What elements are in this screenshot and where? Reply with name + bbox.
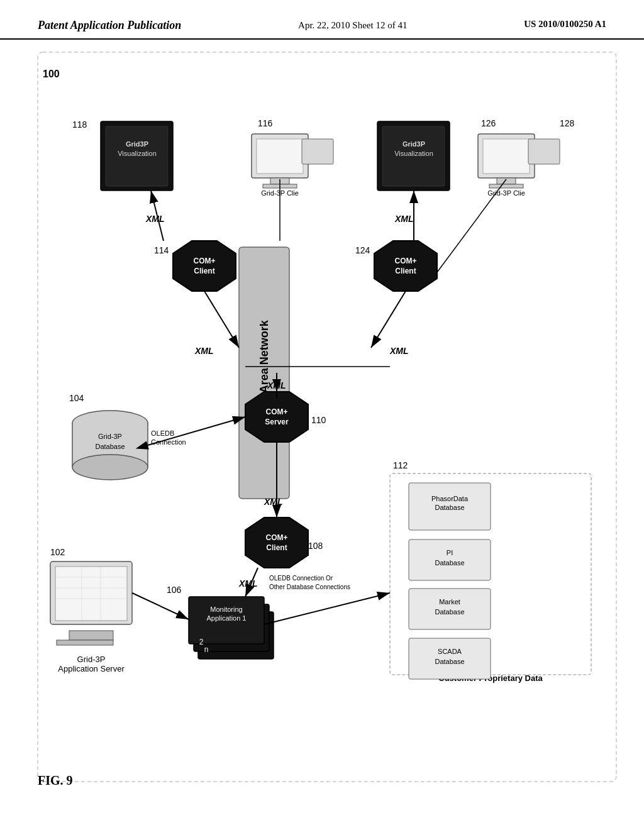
monitoring-label-1: Monitoring bbox=[210, 606, 242, 613]
ref-118: 118 bbox=[72, 119, 87, 130]
viz-right-label1: Grid3P bbox=[402, 140, 425, 148]
ref-114: 114 bbox=[154, 245, 169, 255]
market-db-label2: Database bbox=[435, 608, 464, 616]
db-104-label1: Grid-3P bbox=[98, 433, 122, 440]
phasor-db-label1: PhasorData bbox=[431, 495, 469, 502]
arrow-124-lan bbox=[371, 291, 406, 348]
com-server-label2: Server bbox=[265, 418, 289, 426]
scada-db-label1: SCADA bbox=[438, 648, 462, 655]
com-client-124-label1: COM+ bbox=[394, 257, 416, 265]
ref-110: 110 bbox=[311, 415, 326, 425]
com-client-124-label2: Client bbox=[395, 267, 416, 275]
figure-9-diagram: 100 Local Area Network Grid-3P Applicati… bbox=[19, 46, 623, 800]
com-client-124 bbox=[374, 241, 437, 291]
client-116-device bbox=[302, 139, 333, 164]
ref-112: 112 bbox=[393, 460, 408, 470]
client-126-label: Grid-3P Clie bbox=[487, 189, 525, 197]
diagram-area: 100 Local Area Network Grid-3P Applicati… bbox=[0, 40, 644, 807]
ref-100: 100 bbox=[43, 69, 60, 79]
ref-108: 108 bbox=[308, 541, 323, 551]
xml-label-1: XML bbox=[194, 346, 214, 356]
patent-number: US 2010/0100250 A1 bbox=[524, 19, 606, 30]
oledb-label1: OLEDB bbox=[151, 429, 174, 437]
db-104-bottom bbox=[72, 455, 148, 480]
pi-db-label1: PI bbox=[447, 549, 453, 556]
client-126-base bbox=[489, 184, 523, 188]
viz-right-label2: Visualization bbox=[394, 150, 433, 157]
monitoring-2-label: 2 bbox=[199, 638, 204, 646]
com-client-108 bbox=[245, 517, 308, 568]
ref-102: 102 bbox=[50, 547, 65, 557]
page-header: Patent Application Publication Apr. 22, … bbox=[0, 0, 644, 40]
app-server-label-1: Grid-3P bbox=[77, 655, 106, 664]
com-server-label1: COM+ bbox=[265, 407, 287, 416]
oledb-other-label1: OLEDB Connection Or bbox=[269, 575, 333, 582]
phasor-db-label2: Database bbox=[435, 504, 464, 511]
app-server-stand bbox=[69, 631, 113, 640]
app-server-base bbox=[57, 640, 113, 645]
client-126-screen bbox=[483, 139, 530, 174]
com-client-114-label1: COM+ bbox=[193, 257, 215, 265]
viz-118-label2: Visualization bbox=[118, 150, 157, 157]
client-126-stand bbox=[497, 178, 516, 184]
app-server-label-2: Application Server bbox=[58, 664, 125, 673]
ref-126: 126 bbox=[481, 118, 496, 128]
ref-124: 124 bbox=[355, 245, 370, 255]
ref-116: 116 bbox=[258, 118, 273, 128]
arrow-114-lan bbox=[204, 291, 239, 348]
xml-label-3: XML bbox=[238, 578, 258, 589]
arrow-client126-client124 bbox=[437, 179, 506, 272]
com-client-114-label2: Client bbox=[194, 267, 214, 275]
ref-104: 104 bbox=[69, 393, 84, 403]
app-server-screen bbox=[55, 567, 127, 621]
market-db-label1: Market bbox=[439, 598, 460, 606]
scada-db-label2: Database bbox=[435, 658, 464, 665]
monitoring-n-label: n bbox=[204, 645, 209, 654]
monitoring-label-2: Application 1 bbox=[207, 614, 247, 622]
xml-label-6: XML bbox=[394, 214, 414, 224]
ref-128: 128 bbox=[560, 118, 575, 128]
arrow-appserver-monitoring bbox=[132, 593, 189, 619]
client-116-screen bbox=[257, 139, 303, 174]
xml-label-5: XML bbox=[145, 214, 165, 224]
arrow-monitoring-custprop bbox=[264, 593, 390, 624]
db-104-label2: Database bbox=[95, 443, 125, 450]
xml-label-7: XML bbox=[389, 346, 409, 356]
com-client-108-label2: Client bbox=[266, 543, 287, 552]
client-126-device bbox=[528, 139, 560, 164]
com-client-114 bbox=[173, 241, 236, 291]
xml-label-2: XML bbox=[264, 497, 283, 507]
oledb-other-label2: Other Database Connections bbox=[269, 584, 350, 590]
pi-db-label2: Database bbox=[435, 559, 464, 567]
viz-118-label1: Grid3P bbox=[126, 140, 148, 148]
com-client-108-label1: COM+ bbox=[265, 533, 287, 542]
publication-title: Patent Application Publication bbox=[38, 19, 181, 32]
ref-106: 106 bbox=[167, 585, 182, 595]
com-server-110 bbox=[245, 392, 308, 442]
figure-label: FIG. 9 bbox=[38, 773, 73, 788]
sheet-info: Apr. 22, 2010 Sheet 12 of 41 bbox=[298, 19, 407, 32]
